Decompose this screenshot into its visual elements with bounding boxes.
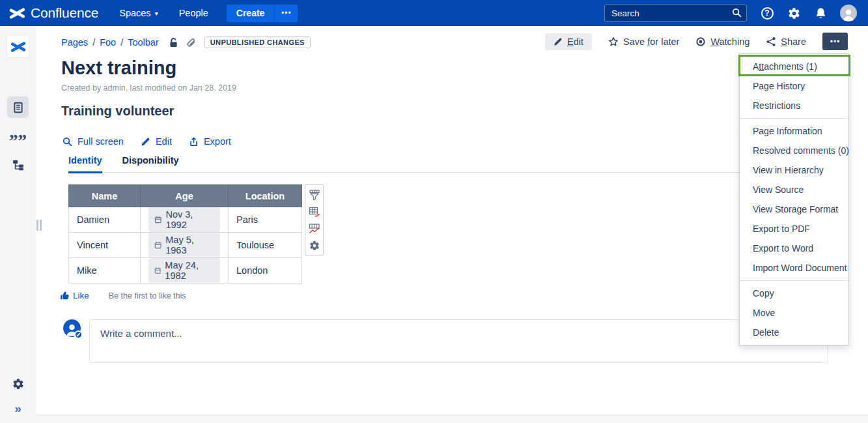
volunteer-table: Name Age Location Damien Nov 3, 1992 Par… xyxy=(68,184,302,284)
menu-item-export-to-pdf[interactable]: Export to PDF xyxy=(740,219,848,239)
like-section: Like Be the first to like this xyxy=(60,291,186,300)
user-avatar[interactable] xyxy=(840,5,857,22)
menu-item-view-source[interactable]: View Source xyxy=(740,180,848,199)
save-for-later-button[interactable]: Save for later xyxy=(608,36,679,47)
menu-item-delete[interactable]: Delete xyxy=(740,323,848,342)
comment-input[interactable] xyxy=(90,320,828,362)
sidebar-resize-handle[interactable] xyxy=(36,220,42,231)
cell-location[interactable]: Paris xyxy=(229,207,302,233)
attachment-icon[interactable] xyxy=(186,37,197,48)
menu-item-attachments[interactable]: Attachments (1) xyxy=(740,57,848,76)
create-more-button[interactable]: ••• xyxy=(274,5,298,22)
page-action-toolbar: Edit Save for later Watching Share ••• xyxy=(545,33,848,50)
menu-item-page-information[interactable]: Page Information xyxy=(740,121,848,141)
menu-item-restrictions[interactable]: Restrictions xyxy=(740,96,848,115)
left-sidebar: ”” » xyxy=(0,26,36,423)
column-header-location[interactable]: Location xyxy=(229,185,302,207)
sidebar-item-hierarchy[interactable] xyxy=(7,154,29,175)
create-button[interactable]: Create xyxy=(227,5,275,22)
sidebar-expand-button[interactable]: » xyxy=(7,398,29,419)
magnifier-icon xyxy=(63,137,72,147)
breadcrumb-toolbar[interactable]: Toolbar xyxy=(128,37,159,48)
table-row: Mike May 24, 1982 London xyxy=(69,258,302,284)
calendar-icon xyxy=(154,267,161,274)
notifications-icon[interactable] xyxy=(813,6,828,20)
breadcrumb-foo[interactable]: Foo xyxy=(100,37,116,48)
pencil-badge-icon xyxy=(74,330,83,339)
pencil-icon xyxy=(553,37,563,46)
unlocked-icon[interactable] xyxy=(168,37,179,48)
tab-identity[interactable]: Identity xyxy=(68,155,102,173)
cell-name[interactable]: Damien xyxy=(69,207,141,233)
macro-actions: Full screen Edit Export xyxy=(63,136,231,147)
table-chart-icon[interactable] xyxy=(308,222,320,235)
table-row: Vincent May 5, 1963 Toulouse xyxy=(69,233,302,258)
space-logo[interactable] xyxy=(7,36,29,57)
menu-item-view-in-hierarchy[interactable]: View in Hierarchy xyxy=(740,160,848,180)
confluence-app: Confluence Spaces ▾ People Create ••• ? xyxy=(0,0,868,423)
menu-item-move[interactable]: Move xyxy=(740,303,848,323)
sidebar-item-pages[interactable] xyxy=(7,96,29,118)
date-pill[interactable]: May 5, 1963 xyxy=(148,233,220,257)
share-button[interactable]: Share xyxy=(766,36,806,47)
gear-icon[interactable] xyxy=(787,6,801,20)
table-row: Damien Nov 3, 1992 Paris xyxy=(69,207,302,233)
page-byline: Created by admin, last modified on Jan 2… xyxy=(61,83,236,93)
brand-name: Confluence xyxy=(31,5,98,21)
column-header-name[interactable]: Name xyxy=(69,185,141,207)
comment-section xyxy=(63,319,828,363)
export-icon xyxy=(189,137,199,147)
like-button[interactable]: Like xyxy=(60,291,89,300)
tab-bar: Identity Disponibility xyxy=(68,155,828,173)
cell-location[interactable]: Toulouse xyxy=(229,233,302,258)
comment-box xyxy=(89,319,828,363)
search-input[interactable] xyxy=(604,5,747,22)
eye-icon xyxy=(695,36,706,47)
watching-button[interactable]: Watching xyxy=(695,36,749,47)
search-icon[interactable] xyxy=(732,8,742,18)
cell-age: May 5, 1963 xyxy=(141,233,229,258)
breadcrumb-pages[interactable]: Pages xyxy=(61,37,88,48)
date-pill[interactable]: May 24, 1982 xyxy=(148,258,220,283)
full-screen-link[interactable]: Full screen xyxy=(63,136,124,147)
nav-people[interactable]: People xyxy=(179,8,208,18)
search-box xyxy=(604,5,747,22)
menu-separator xyxy=(740,118,848,119)
cell-name[interactable]: Vincent xyxy=(69,233,141,258)
unpublished-changes-badge: UNPUBLISHED CHANGES xyxy=(204,36,311,48)
star-icon xyxy=(608,36,619,47)
help-icon[interactable]: ? xyxy=(760,6,774,20)
quote-icon: ”” xyxy=(9,138,27,144)
macro-edit-link[interactable]: Edit xyxy=(141,136,172,147)
sidebar-settings[interactable] xyxy=(7,373,29,394)
sidebar-item-blog[interactable]: ”” xyxy=(7,125,29,147)
export-link[interactable]: Export xyxy=(189,136,231,147)
menu-item-page-history[interactable]: Page History xyxy=(740,76,848,96)
cell-name[interactable]: Mike xyxy=(69,258,141,284)
cell-age: May 24, 1982 xyxy=(141,258,229,284)
menu-item-import-word-document[interactable]: Import Word Document xyxy=(740,258,848,278)
table-toolbar xyxy=(305,184,324,255)
menu-item-copy[interactable]: Copy xyxy=(740,284,848,303)
breadcrumb: Pages / Foo / Toolbar UNPUBLISHED CHANGE… xyxy=(61,36,311,48)
confluence-home-link[interactable]: Confluence xyxy=(9,5,98,22)
share-icon xyxy=(766,36,776,47)
cell-location[interactable]: London xyxy=(229,258,302,284)
column-header-age[interactable]: Age xyxy=(141,185,229,207)
filter-icon[interactable] xyxy=(308,188,320,201)
nav-spaces[interactable]: Spaces ▾ xyxy=(119,8,158,18)
more-actions-button[interactable]: ••• xyxy=(822,33,848,50)
edit-button[interactable]: Edit xyxy=(545,33,592,50)
tab-disponibility[interactable]: Disponibility xyxy=(122,155,179,172)
menu-item-resolved-comments[interactable]: Resolved comments (0) xyxy=(740,141,848,160)
gear-icon xyxy=(12,378,24,390)
date-pill[interactable]: Nov 3, 1992 xyxy=(148,207,220,232)
menu-item-view-storage-format[interactable]: View Storage Format xyxy=(740,199,848,219)
table-settings-gear-icon[interactable] xyxy=(308,239,320,252)
topbar-right: ? xyxy=(604,0,868,26)
tree-icon xyxy=(12,159,24,171)
calendar-icon xyxy=(154,216,161,224)
menu-item-export-to-word[interactable]: Export to Word xyxy=(740,239,848,258)
more-actions-menu: Attachments (1) Page History Restriction… xyxy=(739,53,849,345)
table-transpose-icon[interactable] xyxy=(308,205,320,218)
